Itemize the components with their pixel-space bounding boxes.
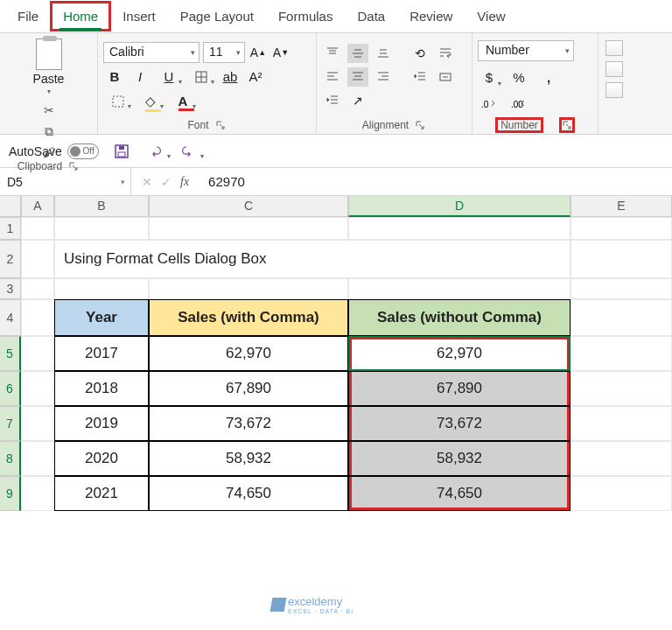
col-header-C[interactable]: C [149, 196, 348, 217]
align-middle-button[interactable] [347, 44, 368, 63]
superscript-button[interactable]: A² [244, 66, 267, 88]
conditional-formatting-button[interactable] [606, 40, 623, 56]
increase-indent-button[interactable] [322, 91, 343, 110]
cancel-formula-button[interactable]: ✕ [142, 175, 152, 189]
header-without-comma[interactable]: Sales (without Comma) [348, 299, 570, 336]
save-button[interactable] [111, 141, 132, 162]
cell-C3[interactable] [149, 278, 348, 299]
align-right-button[interactable] [373, 67, 394, 87]
cell-C5[interactable]: 62,970 [149, 336, 348, 371]
name-box[interactable]: D5 [0, 168, 131, 195]
toggle-switch[interactable]: Off [67, 144, 99, 159]
tab-home[interactable]: Home [51, 2, 110, 31]
align-top-button[interactable] [322, 44, 343, 63]
cell-B5[interactable]: 2017 [54, 336, 149, 371]
cell-E1[interactable] [570, 217, 672, 240]
cell-B1[interactable] [54, 217, 149, 240]
cell-A3[interactable] [21, 278, 54, 299]
col-header-E[interactable]: E [570, 196, 672, 217]
cell-D6[interactable]: 67,890 [348, 371, 570, 406]
row-header-4[interactable]: 4 [0, 299, 21, 336]
comma-format-button[interactable]: , [537, 68, 560, 88]
cell-C7[interactable]: 73,672 [149, 406, 348, 441]
percent-format-button[interactable]: % [508, 68, 530, 88]
accounting-format-button[interactable]: $ [478, 68, 500, 88]
row-header-2[interactable]: 2 [0, 240, 21, 278]
decrease-indent-button[interactable] [410, 67, 430, 87]
cell-B3[interactable] [54, 278, 149, 299]
col-header-B[interactable]: B [54, 196, 149, 217]
cell-A5[interactable] [21, 336, 54, 371]
row-header-8[interactable]: 8 [0, 441, 21, 476]
tab-view[interactable]: View [465, 2, 517, 31]
decrease-decimal-button[interactable]: .00 [508, 94, 530, 114]
row-header-1[interactable]: 1 [0, 217, 21, 240]
shrink-font-button[interactable]: A▼ [271, 42, 290, 63]
borders-button[interactable] [186, 66, 216, 88]
font-name-combo[interactable]: Calibri▾ [103, 42, 200, 63]
row-header-5[interactable]: 5 [0, 336, 21, 371]
number-format-combo[interactable]: Number▾ [478, 40, 574, 61]
row-header-6[interactable]: 6 [0, 371, 21, 406]
cell-E9[interactable] [570, 476, 672, 511]
cell-D7[interactable]: 73,672 [348, 406, 570, 441]
cell-E8[interactable] [570, 441, 672, 476]
cell-styles-button[interactable] [606, 82, 623, 98]
orientation-button[interactable]: ⟲ [410, 44, 430, 63]
cell-E2[interactable] [570, 240, 672, 278]
alignment-launcher[interactable] [414, 119, 426, 131]
cell-E7[interactable] [570, 406, 672, 441]
cell-C8[interactable]: 58,932 [149, 441, 348, 476]
cell-B8[interactable]: 2020 [54, 441, 149, 476]
undo-button[interactable] [144, 141, 165, 162]
format-painter-button[interactable]: 🖌 [40, 144, 58, 160]
cut-button[interactable]: ✂ [40, 102, 58, 118]
number-launcher[interactable] [561, 119, 573, 131]
double-underline-button[interactable]: ab [219, 66, 242, 88]
redo-button[interactable] [178, 141, 199, 162]
cell-B7[interactable]: 2019 [54, 406, 149, 441]
header-with-comma[interactable]: Sales (with Comma) [149, 299, 348, 336]
cell-D1[interactable] [348, 217, 570, 240]
worksheet-grid[interactable]: A B C D E 1 2 Using Format Cells Dialog … [0, 196, 672, 511]
italic-button[interactable]: I [129, 66, 151, 88]
cell-E4[interactable] [570, 299, 672, 336]
row-header-7[interactable]: 7 [0, 406, 21, 441]
grow-font-button[interactable]: A▲ [248, 42, 268, 63]
wrap-text-button[interactable] [435, 44, 456, 63]
cell-C9[interactable]: 74,650 [149, 476, 348, 511]
cell-A1[interactable] [21, 217, 54, 240]
cell-A2[interactable] [21, 240, 54, 278]
cell-D5[interactable]: 62,970 [348, 336, 570, 371]
paste-button[interactable]: Paste ▾ [30, 37, 68, 97]
format-as-table-button[interactable] [606, 61, 623, 77]
font-color-button[interactable]: A [168, 91, 198, 112]
cell-C6[interactable]: 67,890 [149, 371, 348, 406]
cell-A9[interactable] [21, 476, 54, 511]
row-header-9[interactable]: 9 [0, 476, 21, 511]
cell-D9[interactable]: 74,650 [348, 476, 570, 511]
tab-file[interactable]: File [5, 2, 51, 31]
align-bottom-button[interactable] [373, 44, 394, 63]
align-left-button[interactable] [322, 67, 343, 87]
tab-formulas[interactable]: Formulas [266, 2, 346, 31]
tab-review[interactable]: Review [397, 2, 465, 31]
tab-insert[interactable]: Insert [110, 2, 168, 31]
rotate-text-button[interactable]: ↗ [347, 91, 368, 110]
cell-D3[interactable] [348, 278, 570, 299]
cell-E6[interactable] [570, 371, 672, 406]
col-header-D[interactable]: D [348, 196, 570, 217]
col-header-A[interactable]: A [21, 196, 54, 217]
cell-D8[interactable]: 58,932 [348, 441, 570, 476]
font-size-combo[interactable]: 11▾ [203, 42, 245, 63]
increase-decimal-button[interactable]: .0 [478, 94, 500, 114]
underline-button[interactable]: U [154, 66, 184, 88]
cell-B9[interactable]: 2021 [54, 476, 149, 511]
tab-page-layout[interactable]: Page Layout [168, 2, 266, 31]
tab-data[interactable]: Data [345, 2, 397, 31]
cell-B6[interactable]: 2018 [54, 371, 149, 406]
fx-icon[interactable]: fx [180, 175, 189, 189]
accept-formula-button[interactable]: ✓ [161, 175, 172, 189]
cell-A8[interactable] [21, 441, 54, 476]
header-year[interactable]: Year [54, 299, 149, 336]
